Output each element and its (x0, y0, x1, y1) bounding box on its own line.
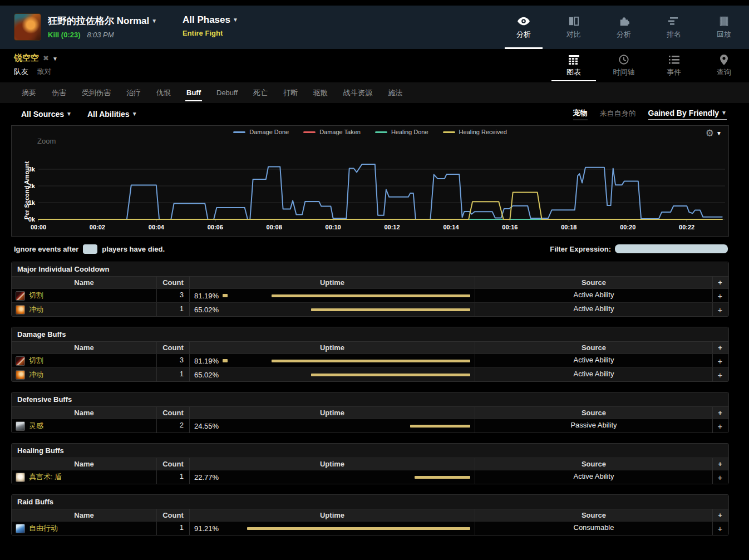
svg-text:00:12: 00:12 (384, 224, 400, 230)
filter-right: 宠物 来自自身的 Gained By Friendly▼ (573, 108, 727, 120)
nav-analyze-plugin[interactable]: 分析 (599, 6, 649, 49)
uptime-cell: 81.19% (189, 289, 475, 302)
buff-section: Damage BuffsNameCountUptimeSource+切割381.… (11, 327, 729, 382)
tab-dispels[interactable]: 驱散 (305, 82, 336, 103)
ability-name-link[interactable]: 自由行动 (29, 523, 58, 533)
legend-healing-received[interactable]: Healing Received (443, 129, 507, 135)
tab-summary[interactable]: 摘要 (14, 82, 44, 103)
tab-resources[interactable]: 战斗资源 (336, 82, 380, 103)
tab-damage-done[interactable]: 伤害 (44, 82, 74, 103)
tab-healing[interactable]: 治疗 (119, 82, 149, 103)
buff-uptime-chart[interactable]: 0k1k2k3k00:0000:0200:0400:0600:0800:1000… (12, 140, 728, 235)
tab-deaths[interactable]: 死亡 (245, 82, 275, 103)
list-icon (669, 54, 679, 65)
ability-name-link[interactable]: 真言术: 盾 (29, 472, 62, 482)
chevron-down-icon[interactable]: ▼ (52, 56, 58, 62)
section-title: Major Individual Cooldown (12, 262, 728, 277)
ability-name-link[interactable]: 切割 (29, 356, 43, 366)
count-cell: 1 (156, 368, 189, 381)
boss-title-dropdown[interactable]: 狂野的拉佐格尔 Normal▼ (48, 14, 157, 27)
nav-replay[interactable]: 回放 (699, 6, 749, 49)
table-row: 切割381.19%Active Ability+ (12, 353, 728, 367)
uptime-percent: 65.02% (194, 371, 219, 379)
eye-icon (518, 16, 530, 27)
expand-row-button[interactable]: + (712, 368, 727, 381)
pets-toggle[interactable]: 宠物 (573, 108, 588, 120)
view-graph[interactable]: 图表 (549, 49, 599, 82)
deaths-count-input[interactable] (83, 244, 97, 254)
close-icon[interactable]: ✖ (43, 54, 49, 62)
filter-expression-input[interactable] (615, 244, 728, 253)
legend-swatch (303, 131, 316, 133)
col-name: Name (12, 509, 156, 521)
col-name: Name (12, 407, 156, 419)
ability-name-link[interactable]: 灵感 (29, 421, 43, 431)
pin-icon (720, 54, 728, 65)
legend-damage-taken[interactable]: Damage Taken (303, 129, 361, 135)
chart-settings-button[interactable]: ⚙▼ (706, 127, 722, 139)
uptime-percent: 81.19% (194, 292, 219, 300)
nav-label: 分析 (516, 30, 531, 40)
legend-healing-done[interactable]: Healing Done (375, 129, 428, 135)
section-title: Defensive Buffs (12, 392, 728, 407)
kill-label: Kill (0:23) (48, 31, 81, 39)
enemies-toggle[interactable]: 敌对 (37, 67, 52, 76)
legend-label: Damage Done (249, 129, 289, 135)
slice-red-ability-icon (16, 291, 25, 301)
expand-row-button[interactable]: + (712, 303, 727, 316)
tab-interrupts[interactable]: 打断 (275, 82, 305, 103)
col-source: Source (475, 277, 712, 288)
expand-row-button[interactable]: + (712, 289, 727, 302)
uptime-cell: 65.02% (189, 303, 475, 316)
slice-red-ability-icon (16, 356, 25, 366)
ability-name-link[interactable]: 冲动 (29, 304, 43, 315)
nav-analyze[interactable]: 分析 (499, 6, 549, 49)
ability-name-link[interactable]: 切割 (29, 291, 43, 301)
col-uptime: Uptime (189, 407, 475, 419)
compare-icon (569, 16, 579, 27)
col-count: Count (156, 277, 189, 288)
report-name: 锐空空 (14, 53, 39, 62)
nav-label: 排名 (667, 30, 681, 40)
tab-buffs[interactable]: Buff (179, 82, 209, 103)
tab-threat[interactable]: 仇恨 (149, 82, 179, 103)
tab-casts[interactable]: 施法 (380, 82, 410, 103)
uptime-bar (311, 374, 470, 376)
tab-damage-taken[interactable]: 受到伤害 (74, 82, 119, 103)
expand-row-button[interactable]: + (712, 419, 727, 433)
view-query[interactable]: 查询 (699, 49, 749, 82)
phase-dropdown[interactable]: All Phases▼ (183, 14, 238, 26)
expand-row-button[interactable]: + (712, 470, 727, 484)
col-plus: + (712, 277, 727, 288)
self-only-toggle[interactable]: 来自自身的 (600, 109, 636, 120)
col-plus: + (712, 458, 727, 470)
col-source: Source (475, 509, 712, 521)
all-sources-dropdown[interactable]: All Sources▼ (21, 110, 72, 119)
table-row: 冲动165.02%Active Ability+ (12, 367, 728, 381)
section-title: Damage Buffs (12, 327, 728, 342)
ability-name-link[interactable]: 冲动 (29, 370, 43, 380)
ability-cell: 冲动 (12, 303, 156, 316)
all-abilities-dropdown[interactable]: All Abilities▼ (87, 110, 137, 119)
legend-damage-done[interactable]: Damage Done (233, 129, 289, 135)
expand-row-button[interactable]: + (712, 522, 727, 535)
table-row: 灵感224.55%Passive Ability+ (12, 419, 728, 433)
expand-row-button[interactable]: + (712, 354, 727, 367)
view-timeline[interactable]: 时间轴 (599, 49, 649, 82)
friendlies-toggle[interactable]: 队友 (14, 67, 28, 76)
nav-rankings[interactable]: 排名 (649, 6, 699, 49)
boss-title: 狂野的拉佐格尔 Normal (48, 16, 149, 26)
ability-cell: 灵感 (12, 419, 156, 433)
count-cell: 1 (156, 303, 189, 316)
nav-compare[interactable]: 对比 (549, 6, 599, 49)
tab-debuffs[interactable]: Debuff (209, 82, 245, 103)
view-events[interactable]: 事件 (649, 49, 699, 82)
table-row: 真言术: 盾122.77%Active Ability+ (12, 470, 728, 484)
col-uptime: Uptime (189, 458, 475, 470)
uptime-bar (415, 476, 470, 479)
count-cell: 3 (156, 289, 189, 302)
chevron-down-icon: ▼ (721, 110, 727, 116)
gained-by-dropdown[interactable]: Gained By Friendly▼ (648, 109, 727, 120)
svg-text:00:02: 00:02 (90, 224, 105, 230)
view-label: 事件 (667, 67, 681, 77)
